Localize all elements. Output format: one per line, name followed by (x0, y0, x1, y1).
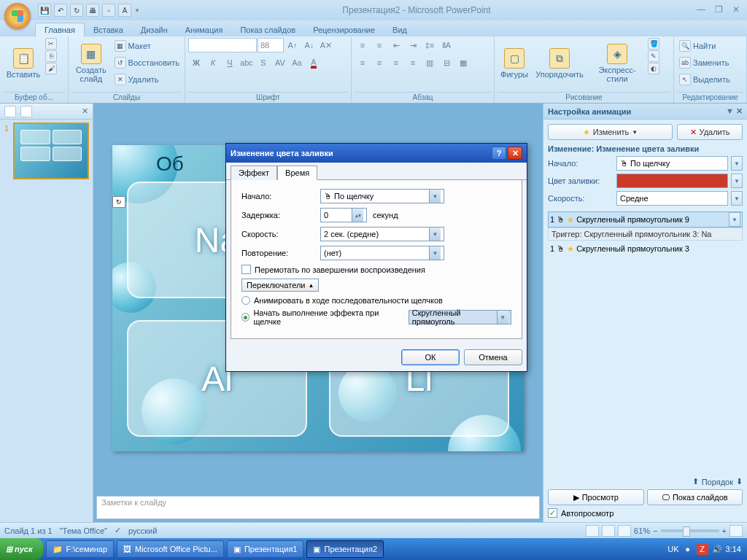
shape-outline-icon[interactable]: ✎ (648, 50, 659, 62)
indent-inc-icon[interactable]: ⇥ (405, 38, 421, 52)
tray-lang[interactable]: UK (667, 545, 678, 553)
columns-icon[interactable]: ▥ (422, 55, 438, 70)
maximize-button[interactable]: ❐ (711, 4, 727, 16)
rotate-handle-icon[interactable]: ↻ (112, 196, 125, 208)
reset-button[interactable]: ↺Восстановить (112, 55, 182, 71)
anim-change-button[interactable]: ★Изменить▼ (548, 124, 673, 140)
qat-undo-icon[interactable]: ↶ (54, 4, 67, 17)
font-color-icon[interactable]: A (306, 55, 322, 70)
tab-home[interactable]: Главная (35, 23, 85, 36)
speed-select[interactable]: 2 сек. (средне)▼ (320, 227, 444, 241)
italic-icon[interactable]: К (205, 55, 221, 70)
dropdown-arrow-icon[interactable]: ▼ (731, 174, 743, 188)
quick-styles-button[interactable]: ◈Экспресс-стили (588, 38, 646, 89)
repeat-select[interactable]: (нет)▼ (320, 246, 444, 260)
align-center-icon[interactable]: ≡ (371, 55, 387, 70)
anim-list-item-2[interactable]: 1🖱★Скругленный прямоугольник 3 (548, 241, 743, 257)
slideshow-button[interactable]: 🖵Показ слайдов (647, 489, 743, 505)
numbering-icon[interactable]: ≡ (371, 38, 387, 52)
shapes-button[interactable]: ▢Фигуры (498, 38, 531, 89)
font-combo[interactable] (188, 38, 257, 52)
reorder-up-icon[interactable]: ⬆ (692, 477, 699, 486)
tab-view[interactable]: Вид (384, 23, 416, 36)
font-size-combo[interactable]: 88 (258, 38, 284, 52)
taskbar-item-3[interactable]: ▣Презентация2 (306, 540, 384, 558)
select-button[interactable]: ↖Выделить (677, 71, 732, 88)
pane-close-icon[interactable]: ✕ (82, 106, 88, 116)
dialog-help-button[interactable]: ? (492, 147, 506, 160)
copy-icon[interactable]: ⎘ (45, 50, 57, 62)
spacing-icon[interactable]: AV (272, 55, 288, 70)
qat-more-icon[interactable]: A (118, 4, 131, 17)
outline-tab-icon[interactable] (20, 106, 32, 117)
tab-design[interactable]: Дизайн (132, 23, 177, 36)
zoom-in-icon[interactable]: + (722, 526, 727, 535)
zoom-out-icon[interactable]: − (653, 526, 657, 535)
case-icon[interactable]: Aa (289, 55, 305, 70)
start-button[interactable]: ⊞пуск (0, 538, 43, 560)
anim-delete-button[interactable]: ✕Удалить (677, 124, 743, 140)
anim-fill-color[interactable] (616, 174, 728, 188)
line-spacing-icon[interactable]: ‡≡ (422, 38, 438, 52)
spellcheck-icon[interactable]: ✓ (115, 526, 121, 535)
qat-new-icon[interactable]: ▫ (102, 4, 115, 17)
taskbar-item-0[interactable]: 📁F:\семинар (46, 540, 114, 558)
paste-button[interactable]: 📋Вставить (3, 38, 44, 89)
replace-button[interactable]: abЗаменить (677, 55, 732, 71)
taskbar-item-2[interactable]: ▣Презентация1 (227, 540, 304, 558)
clear-format-icon[interactable]: A✕ (318, 38, 334, 52)
arrange-button[interactable]: ⧉Упорядочить (533, 38, 587, 89)
trigger-object-select[interactable]: Скругленный прямоуголь▼ (409, 310, 511, 324)
delete-slide-button[interactable]: ✕Удалить (112, 71, 182, 88)
slides-tab-icon[interactable] (4, 106, 16, 117)
qat-print-icon[interactable]: 🖶 (86, 4, 99, 17)
grow-font-icon[interactable]: A↑ (285, 38, 301, 52)
zoom-slider[interactable] (661, 529, 719, 532)
align-right-icon[interactable]: ≡ (388, 55, 404, 70)
delay-input[interactable]: 0▴▾ (320, 208, 367, 222)
sorter-view-icon[interactable] (602, 525, 615, 537)
anim-start-select[interactable]: 🖱 По щелчку (616, 156, 728, 171)
radio-onclick[interactable]: Начать выполнение эффекта при щелчке Скр… (241, 308, 511, 326)
slide-thumbnail-1[interactable] (13, 122, 89, 179)
radio-sequence[interactable]: Анимировать в ходе последовательности ще… (241, 296, 511, 305)
shrink-font-icon[interactable]: A↓ (301, 38, 317, 52)
layout-button[interactable]: ▦Макет (112, 38, 182, 54)
format-painter-icon[interactable]: 🖌 (45, 63, 57, 74)
tray-icon-z[interactable]: Z (697, 543, 708, 555)
dropdown-arrow-icon[interactable]: ▼ (731, 156, 743, 171)
underline-icon[interactable]: Ч (222, 55, 238, 70)
text-dir-icon[interactable]: ⅡA (438, 38, 454, 52)
tray-icon[interactable]: ● (682, 543, 694, 555)
qat-redo-icon[interactable]: ↻ (70, 4, 83, 17)
autopreview-checkbox[interactable]: ✓Автопросмотр (548, 508, 743, 518)
qat-save-icon[interactable]: 💾 (38, 4, 51, 17)
reorder-down-icon[interactable]: ⬇ (736, 477, 743, 486)
dialog-tab-effect[interactable]: Эффект (231, 166, 277, 180)
tray-volume-icon[interactable]: 🔊 (711, 543, 723, 555)
align-left-icon[interactable]: ≡ (355, 55, 371, 70)
slideshow-view-icon[interactable] (618, 525, 631, 537)
shape-effects-icon[interactable]: ◐ (648, 63, 659, 74)
indent-dec-icon[interactable]: ⇤ (388, 38, 404, 52)
notes-pane[interactable]: Заметки к слайду (96, 496, 540, 519)
justify-icon[interactable]: ≡ (405, 55, 421, 70)
office-button[interactable] (4, 3, 31, 29)
cancel-button[interactable]: Отмена (464, 349, 522, 365)
dropdown-arrow-icon[interactable]: ▼ (731, 191, 743, 206)
anim-pane-menu-icon[interactable]: ▼ (726, 106, 734, 116)
ok-button[interactable]: ОК (401, 349, 460, 365)
anim-speed-select[interactable]: Средне (616, 191, 728, 206)
close-button[interactable]: ✕ (728, 4, 744, 16)
triggers-toggle[interactable]: Переключатели▲ (241, 279, 319, 292)
tab-review[interactable]: Рецензирование (304, 23, 384, 36)
normal-view-icon[interactable] (586, 525, 599, 537)
find-button[interactable]: 🔍Найти (677, 38, 732, 54)
bullets-icon[interactable]: ≡ (355, 38, 371, 52)
shape-fill-icon[interactable]: 🪣 (648, 38, 659, 50)
taskbar-item-1[interactable]: 🖼Microsoft Office Pictu... (117, 540, 224, 558)
rewind-checkbox[interactable]: Перемотать по завершении воспроизведения (241, 265, 511, 274)
cut-icon[interactable]: ✂ (45, 38, 57, 50)
align-text-icon[interactable]: ⊟ (438, 55, 454, 70)
dialog-tab-timing[interactable]: Время (277, 166, 317, 180)
